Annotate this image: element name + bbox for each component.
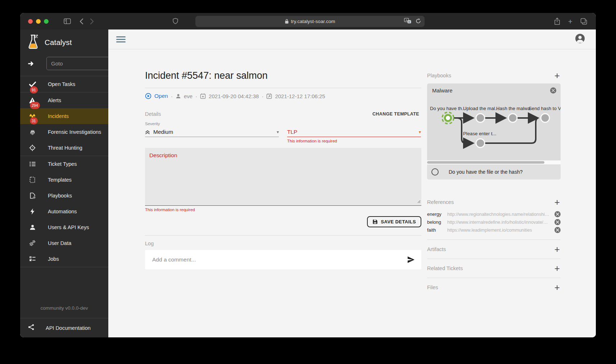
sidebar-item-open-tasks[interactable]: 91 Open Tasks: [20, 76, 108, 92]
add-reference-button[interactable]: +: [554, 199, 561, 206]
severity-field[interactable]: Severity Medium ▾: [145, 122, 279, 143]
workflow-node: [508, 114, 517, 122]
sidebar-toggle-icon[interactable]: [64, 18, 71, 24]
separator: ·: [195, 93, 197, 99]
sidebar-item-automations[interactable]: Automations: [20, 204, 108, 219]
divider: [145, 235, 421, 236]
alerts-badge: 294: [30, 102, 40, 109]
avatar[interactable]: [575, 33, 585, 45]
main-area: Incident #5547: near salmon Open · eve ·: [108, 29, 596, 337]
description-textarea[interactable]: Description: [145, 148, 421, 206]
minimize-window-button[interactable]: [36, 19, 41, 24]
tlp-field[interactable]: TLP ▾ This information is required: [287, 122, 421, 143]
svg-text:A: A: [406, 19, 408, 22]
change-template-button[interactable]: CHANGE TEMPLATE: [370, 110, 421, 118]
tlp-placeholder: TLP: [287, 129, 297, 135]
comment-box: [145, 250, 421, 269]
created-calendar-icon: [200, 93, 206, 99]
sidebar-item-alerts[interactable]: 294 Alerts: [20, 92, 108, 108]
owner-icon: [176, 94, 181, 99]
add-artifact-button[interactable]: +: [554, 246, 561, 253]
bolt-icon: [28, 208, 37, 215]
description-placeholder: Description: [149, 152, 177, 158]
divider: [20, 267, 108, 267]
radiation-icon: 31: [28, 113, 37, 120]
sidebar-item-threat-hunting[interactable]: Threat Hunting: [20, 140, 108, 156]
save-icon: [372, 219, 378, 224]
files-section-label: Files: [427, 285, 438, 290]
related-tickets-section: Related Tickets +: [427, 259, 561, 278]
description-error: This information is required: [145, 208, 421, 212]
remove-reference-button[interactable]: [554, 227, 561, 233]
reload-icon[interactable]: [416, 18, 421, 25]
zoom-window-button[interactable]: [44, 19, 49, 24]
add-related-ticket-button[interactable]: +: [554, 265, 561, 272]
artifacts-section-label: Artifacts: [427, 246, 446, 252]
tab-overview-icon[interactable]: [580, 18, 587, 25]
reference-row: faith https://www.leadimplement.io/commu…: [427, 226, 561, 234]
sidebar-item-jobs[interactable]: Jobs: [20, 251, 108, 267]
gears-icon: [28, 240, 37, 246]
modified-calendar-icon: [266, 93, 272, 99]
playbook-icon: [28, 192, 37, 199]
resize-handle[interactable]: [417, 198, 421, 205]
node-label: Please enter t...: [463, 131, 496, 136]
add-playbook-button[interactable]: +: [554, 72, 561, 79]
workflow-node: [476, 139, 485, 147]
send-icon[interactable]: [407, 256, 415, 263]
playbook-scrollbar[interactable]: [427, 160, 561, 164]
separator: ·: [262, 93, 263, 99]
sidebar-item-users-api-keys[interactable]: Users & API Keys: [20, 219, 108, 235]
lock-icon: [285, 19, 289, 24]
menu-icon[interactable]: [116, 36, 126, 42]
incident-panel: Incident #5547: near salmon Open · eve ·: [145, 56, 421, 337]
playbook-task-row[interactable]: Do you have the file or the hash?: [427, 164, 561, 179]
sidebar-item-user-data[interactable]: User Data: [20, 235, 108, 251]
status-open-icon[interactable]: [145, 93, 151, 99]
flask-logo-icon: [27, 34, 40, 51]
severity-medium-icon: [145, 130, 150, 135]
modified-at: 2021-12-12 17:06:25: [275, 93, 325, 99]
save-details-button[interactable]: SAVE DETAILS: [367, 216, 422, 227]
share-nodes-icon: [28, 324, 35, 332]
playbooks-section-label: Playbooks: [427, 73, 451, 78]
node-label: Hash the malwa.: [496, 106, 531, 111]
forward-button[interactable]: [90, 18, 94, 24]
sidebar-item-api-documentation[interactable]: API Documentation: [20, 318, 108, 337]
template-icon: [28, 177, 37, 183]
sidebar-item-playbooks[interactable]: Playbooks: [20, 188, 108, 204]
workflow-start-node: [442, 112, 454, 124]
translate-icon[interactable]: Aa: [404, 18, 411, 25]
back-button[interactable]: [80, 18, 83, 24]
add-file-button[interactable]: +: [554, 284, 561, 291]
scrollbar-thumb[interactable]: [427, 161, 544, 164]
svg-text:a: a: [408, 21, 410, 23]
dropdown-caret-icon: ▾: [277, 129, 279, 135]
remove-reference-button[interactable]: [554, 211, 561, 217]
new-tab-button[interactable]: +: [568, 18, 572, 25]
task-status-circle[interactable]: [431, 168, 439, 176]
share-icon[interactable]: [554, 18, 560, 25]
playbook-workflow-diagram[interactable]: Do you have th... Upload the mal... Hash…: [427, 94, 561, 160]
privacy-shield-icon[interactable]: [173, 18, 178, 24]
node-label: Upload the mal...: [463, 106, 499, 111]
sidebar-item-incidents[interactable]: 31 Incidents: [20, 108, 108, 124]
comment-input[interactable]: [151, 256, 407, 263]
remove-reference-button[interactable]: [554, 219, 561, 225]
artifacts-section: Artifacts +: [427, 240, 561, 259]
created-at: 2021-09-20 04:42:38: [209, 93, 259, 99]
browser-window: try.catalyst-soar.com Aa +: [20, 13, 596, 337]
browser-titlebar: try.catalyst-soar.com Aa +: [20, 13, 596, 29]
status-label[interactable]: Open: [154, 93, 168, 99]
sidebar-item-ticket-types[interactable]: Ticket Types: [20, 156, 108, 172]
owner-name: eve: [184, 93, 192, 99]
sidebar-item-templates[interactable]: Templates: [20, 172, 108, 188]
address-bar[interactable]: try.catalyst-soar.com Aa: [195, 16, 425, 27]
app-version: community v0.0.0-dev: [20, 305, 108, 318]
playbook-title: Malware: [432, 87, 453, 94]
remove-playbook-button[interactable]: [550, 87, 556, 94]
divider: [145, 88, 421, 88]
sidebar-item-forensic-investigations[interactable]: Forensic Investigations: [20, 124, 108, 140]
close-window-button[interactable]: [28, 19, 33, 24]
node-label: Do you have th...: [430, 106, 466, 111]
